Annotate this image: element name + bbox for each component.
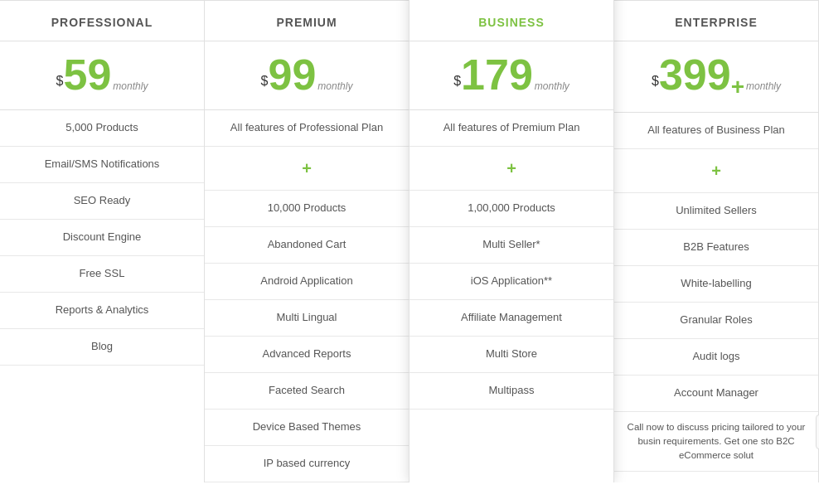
price-period: monthly — [535, 80, 569, 92]
feature-affiliate: Affiliate Management — [410, 300, 613, 337]
plus-icon: + — [302, 157, 312, 180]
feature-android: Android Application — [205, 264, 409, 300]
feature-100000-products: 1,00,000 Products — [410, 191, 613, 227]
plan-name-enterprise: ENTERPRISE — [614, 1, 818, 41]
chat-bubble: We are o Leave us a — [816, 414, 819, 449]
price-plus: + — [731, 74, 744, 99]
feature-discount: Discount Engine — [0, 220, 204, 256]
currency-symbol: $ — [56, 74, 64, 88]
enterprise-note: Call now to discuss pricing tailored to … — [614, 412, 818, 472]
feature-account-manager: Account Manager — [614, 376, 818, 412]
feature-granular-roles: Granular Roles — [614, 303, 818, 339]
currency-symbol: $ — [261, 74, 269, 88]
col-premium: PREMIUM $99monthly All features of Profe… — [204, 1, 410, 482]
price-amount: 99 — [269, 51, 317, 99]
plus-icon: + — [506, 157, 516, 180]
price-row-enterprise: $399+monthly — [614, 41, 818, 113]
feature-blog: Blog — [0, 329, 204, 366]
plus-icon: + — [711, 159, 721, 182]
feature-faceted-search: Faceted Search — [205, 373, 409, 410]
feature-email-sms: Email/SMS Notifications — [0, 147, 204, 183]
feature-all-professional: All features of Professional Plan — [205, 110, 409, 147]
plan-name-business: BUSINESS — [410, 0, 613, 41]
price-amount: 179 — [461, 51, 533, 99]
price-row-premium: $99monthly — [205, 41, 409, 110]
price-amount: 59 — [64, 51, 112, 99]
col-enterprise: ENTERPRISE $399+monthly All features of … — [613, 1, 819, 482]
feature-multi-store: Multi Store — [410, 337, 613, 373]
feature-plus-1: + — [205, 147, 409, 191]
feature-whitelabelling: White-labelling — [614, 266, 818, 303]
feature-plus-2: + — [410, 147, 613, 191]
feature-ip-currency: IP based currency — [205, 446, 409, 482]
feature-device-themes: Device Based Themes — [205, 410, 409, 446]
feature-audit-logs: Audit logs — [614, 339, 818, 376]
feature-reports: Reports & Analytics — [0, 293, 204, 329]
feature-abandoned-cart: Abandoned Cart — [205, 227, 409, 264]
plan-name-professional: PROFESSIONAL — [0, 1, 204, 41]
currency-symbol: $ — [453, 74, 461, 88]
feature-advanced-reports: Advanced Reports — [205, 337, 409, 373]
feature-ssl: Free SSL — [0, 256, 204, 293]
feature-multipass: Multipass — [410, 373, 613, 410]
price-period: monthly — [113, 80, 148, 92]
feature-ios: iOS Application** — [410, 264, 613, 300]
feature-5000-products: 5,000 Products — [0, 110, 204, 147]
col-business: BUSINESS $179monthly All features of Pre… — [409, 0, 614, 482]
price-row-business: $179monthly — [410, 41, 613, 110]
price-amount: 399 — [659, 51, 731, 99]
price-period: monthly — [317, 80, 352, 92]
price-row-professional: $59monthly — [0, 41, 204, 110]
feature-10000-products: 10,000 Products — [205, 191, 409, 227]
col-professional: PROFESSIONAL $59monthly 5,000 Products E… — [0, 1, 205, 482]
feature-all-premium: All features of Premium Plan — [410, 110, 613, 147]
feature-multi-seller: Multi Seller* — [410, 227, 613, 264]
feature-multilingual: Multi Lingual — [205, 300, 409, 337]
currency-symbol: $ — [652, 74, 659, 88]
plan-name-premium: PREMIUM — [205, 1, 409, 41]
feature-plus-3: + — [614, 149, 818, 193]
feature-unlimited-sellers: Unlimited Sellers — [614, 193, 818, 230]
feature-all-business: All features of Business Plan — [614, 113, 818, 149]
feature-seo: SEO Ready — [0, 183, 204, 220]
pricing-table: PROFESSIONAL $59monthly 5,000 Products E… — [0, 0, 819, 482]
price-period: monthly — [746, 80, 781, 92]
feature-b2b: B2B Features — [614, 230, 818, 266]
